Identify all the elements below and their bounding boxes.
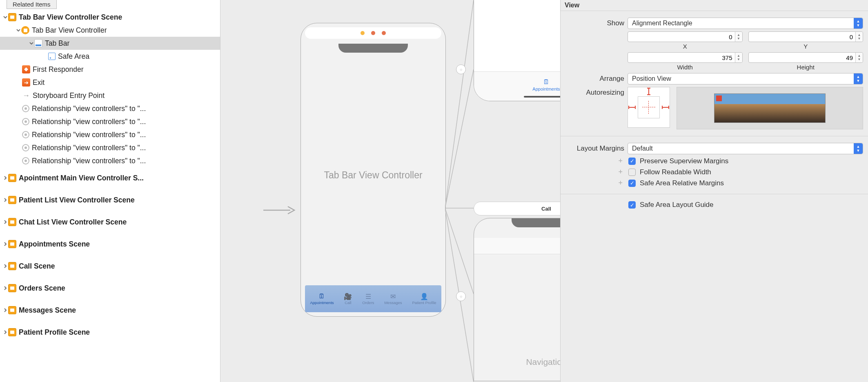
tab-bar[interactable]: 🗓Appointments 🎥Call ☰Orders ✉Messages 👤P… <box>305 285 441 312</box>
entry-point-label: Storyboard Entry Point <box>33 91 105 100</box>
related-items-tab[interactable]: Related Items <box>7 0 57 9</box>
entry-point-node[interactable]: Storyboard Entry Point <box>0 89 220 102</box>
scene-node[interactable]: Patient Profile Scene <box>0 326 220 339</box>
safearea-node[interactable]: Safe Area <box>0 50 220 63</box>
scene-node[interactable]: Appointments Scene <box>0 238 220 251</box>
safearea-label: Safe Area <box>58 52 89 61</box>
size-inspector-panel: View Show Alignment Rectangle ▲▼ ▲▼ X ▲▼… <box>560 0 868 382</box>
call-scene-title[interactable]: Call <box>474 202 560 215</box>
tabbar-vc-frame[interactable]: Tab Bar View Controller 🗓Appointments 🎥C… <box>300 23 446 317</box>
autoresizing-label: Autoresizing <box>565 89 624 97</box>
x-input[interactable]: ▲▼ <box>628 31 743 42</box>
entry-arrow-icon <box>22 91 30 100</box>
tab-orders[interactable]: ☰Orders <box>362 293 374 305</box>
chevron-right-icon[interactable] <box>2 241 8 247</box>
relationship-icon <box>22 118 29 125</box>
call-scene-frame[interactable]: Navigation <box>474 218 560 381</box>
chevron-right-icon[interactable] <box>2 307 8 313</box>
chevron-right-icon[interactable] <box>2 197 8 203</box>
tab-messages[interactable]: ✉Messages <box>384 293 402 305</box>
autoresizing-control[interactable] <box>628 87 670 128</box>
segue-icon[interactable]: ⟐ <box>456 291 466 301</box>
first-responder-dot-icon <box>371 31 375 35</box>
tab-patient-profile[interactable]: 👤Patient Profile <box>412 293 436 305</box>
stepper-icon[interactable]: ▲▼ <box>735 32 742 42</box>
first-responder-icon <box>22 65 30 73</box>
navigation-label: Navigation <box>474 357 560 381</box>
stepper-icon[interactable]: ▲▼ <box>855 53 863 62</box>
storyboard-canvas[interactable]: Tab Bar View Controller 🗓Appointments 🎥C… <box>220 0 560 382</box>
y-input[interactable]: ▲▼ <box>748 31 864 42</box>
relationship-node[interactable]: Relationship "view controllers" to "... <box>0 128 220 141</box>
scene-tree: Tab Bar View Controller Scene Tab Bar Vi… <box>0 9 220 339</box>
scene-node[interactable]: Messages Scene <box>0 304 220 317</box>
tab-call[interactable]: 🎥Call <box>344 293 352 305</box>
first-responder-node[interactable]: First Responder <box>0 63 220 76</box>
chevron-updown-icon: ▲▼ <box>854 18 863 29</box>
readable-width-checkbox[interactable] <box>628 169 636 176</box>
scene-icon <box>8 306 16 314</box>
add-constraint-button[interactable]: + <box>565 157 624 165</box>
safearea-margins-checkbox[interactable] <box>628 180 636 187</box>
scene-label: Orders Scene <box>19 284 65 293</box>
chevron-right-icon[interactable] <box>2 263 8 269</box>
height-input[interactable]: ▲▼ <box>748 52 864 63</box>
show-dropdown[interactable]: Alignment Rectangle ▲▼ <box>628 18 863 29</box>
height-value[interactable] <box>749 54 856 61</box>
svg-line-2 <box>445 69 474 208</box>
strut-top[interactable] <box>648 88 649 95</box>
autoresize-inner[interactable] <box>638 96 660 118</box>
scene-node[interactable]: Call Scene <box>0 260 220 273</box>
home-indicator <box>524 96 560 98</box>
relationship-node[interactable]: Relationship "view controllers" to "... <box>0 115 220 128</box>
layout-margins-dropdown[interactable]: Default ▲▼ <box>628 143 863 154</box>
chevron-right-icon[interactable] <box>2 219 8 225</box>
preserve-margins-checkbox[interactable] <box>628 158 636 165</box>
chevron-down-icon[interactable] <box>2 14 8 20</box>
appointments-scene-frame[interactable]: 🗓 Appointments <box>474 0 560 101</box>
tabbar-node[interactable]: Tab Bar <box>0 37 220 50</box>
scene-node[interactable]: Apointment Main View Controller S... <box>0 171 220 184</box>
stepper-icon[interactable]: ▲▼ <box>855 32 863 42</box>
scene-label: Apointment Main View Controller S... <box>19 174 144 182</box>
list-icon: ☰ <box>364 293 372 300</box>
tab-label: Call <box>345 300 351 305</box>
arrange-dropdown[interactable]: Position View ▲▼ <box>628 73 863 84</box>
chevron-down-icon[interactable] <box>16 27 21 33</box>
arrange-label: Arrange <box>565 75 624 83</box>
scene-node[interactable]: Orders Scene <box>0 282 220 295</box>
exit-node[interactable]: Exit <box>0 76 220 89</box>
tab-label: Orders <box>362 300 374 305</box>
width-value[interactable] <box>628 54 735 61</box>
relationship-icon <box>22 131 29 138</box>
scene-title-strip[interactable] <box>305 27 441 39</box>
width-input[interactable]: ▲▼ <box>628 52 743 63</box>
chevron-right-icon[interactable] <box>2 329 8 335</box>
stepper-icon[interactable]: ▲▼ <box>735 53 742 62</box>
scene-node[interactable]: Chat List View Controller Scene <box>0 215 220 229</box>
height-caption: Height <box>797 64 815 71</box>
chevron-down-icon[interactable] <box>29 40 34 46</box>
segue-icon[interactable]: ⟐ <box>456 64 466 74</box>
safearea-guide-checkbox[interactable] <box>628 201 636 209</box>
add-constraint-button[interactable]: + <box>565 179 624 187</box>
scene-label: Tab Bar View Controller Scene <box>19 13 122 22</box>
relationship-node[interactable]: Relationship "view controllers" to "... <box>0 141 220 154</box>
relationship-node[interactable]: Relationship "view controllers" to "... <box>0 102 220 115</box>
scene-tabbar-vc[interactable]: Tab Bar View Controller Scene <box>0 11 220 24</box>
strut-left[interactable] <box>628 107 636 108</box>
svg-line-4 <box>445 208 474 294</box>
tab-appointments[interactable]: 🗓Appointments <box>310 293 334 305</box>
chevron-right-icon[interactable] <box>2 175 8 181</box>
phone-notch <box>512 218 560 227</box>
tabbar-vc-node[interactable]: Tab Bar View Controller <box>0 24 220 37</box>
chevron-right-icon[interactable] <box>2 285 8 291</box>
scene-node[interactable]: Patient List View Controller Scene <box>0 193 220 207</box>
x-value[interactable] <box>628 33 735 40</box>
add-constraint-button[interactable]: + <box>565 168 624 176</box>
relationship-node[interactable]: Relationship "view controllers" to "... <box>0 154 220 167</box>
checkbox-label: Preserve Superview Margins <box>640 157 728 165</box>
strut-right[interactable] <box>662 107 669 108</box>
y-value[interactable] <box>749 33 856 40</box>
scene-icon <box>8 240 16 248</box>
